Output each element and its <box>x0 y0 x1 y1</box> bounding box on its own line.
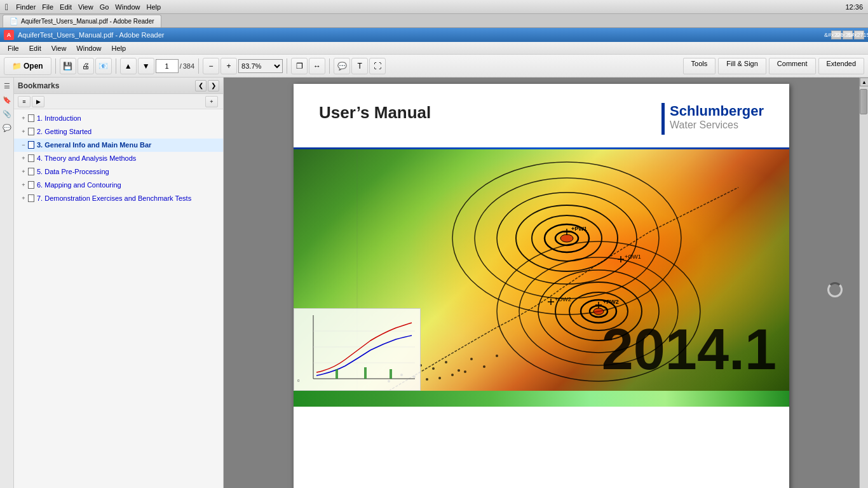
pdf-image-area: +PW1 +PW2 +OW1 +OW2 <box>294 149 789 391</box>
bookmark-6-expand[interactable]: + <box>19 181 28 190</box>
bookmark-item-4[interactable]: + 4. Theory and Analysis Methods <box>14 152 223 165</box>
window-menu[interactable]: Window <box>71 43 106 53</box>
toolbar-separator-5 <box>329 58 330 74</box>
nav-down-button[interactable]: ▼ <box>138 58 154 74</box>
open-button[interactable]: 📁 Open <box>4 57 51 75</box>
bottom-green-strip <box>294 391 789 407</box>
sidebar-icon-hand[interactable]: ☰ <box>1 80 13 92</box>
bookmark-5-label: 5. Data Pre-Processing <box>37 167 219 176</box>
svg-text:+PW1: +PW1 <box>571 226 587 232</box>
zoom-select[interactable]: 83.7% 50% 75% 100% 125% 150% <box>238 59 283 73</box>
bookmark-7-expand[interactable]: + <box>19 194 28 203</box>
view-menu-sys[interactable]: View <box>78 3 93 11</box>
bookmark-item-3[interactable]: − 3. General Info and Main Menu Bar <box>14 139 223 152</box>
bookmark-4-label: 4. Theory and Analysis Methods <box>37 154 219 163</box>
fullscreen-button[interactable]: ⛶ <box>369 58 386 74</box>
bookmarks-tree: + 1. Introduction + 2. Getting Started −… <box>14 109 223 488</box>
company-logo: Schlumberger Water Services <box>661 103 764 135</box>
svg-point-15 <box>593 308 604 315</box>
bookmark-4-expand[interactable]: + <box>19 154 28 163</box>
finder-menu[interactable]: Finder <box>16 3 36 11</box>
bookmark-1-expand[interactable]: + <box>19 114 28 123</box>
pdf-scroll-area[interactable]: User’s Manual Schlumberger Water Service… <box>224 78 859 488</box>
tools-button[interactable]: Tools <box>683 58 716 74</box>
bookmark-7-icon <box>28 194 34 202</box>
window-menu-sys[interactable]: Window <box>115 3 140 11</box>
file-menu-sys[interactable]: File <box>42 3 53 11</box>
zoom-in-button[interactable]: + <box>220 58 237 74</box>
panel-tool-add-btn[interactable]: + <box>205 96 218 107</box>
toolbar-right: Tools Fill & Sign Comment Extended <box>683 58 864 74</box>
fit-width-button[interactable]: ↔ <box>309 58 325 74</box>
sidebar-icon-attachment[interactable]: 📎 <box>1 108 13 119</box>
svg-point-36 <box>496 355 498 357</box>
panel-toolbar: ≡ ▶ + <box>14 94 223 109</box>
comment-button[interactable]: Comment <box>769 58 816 74</box>
bookmark-item-2[interactable]: + 2. Getting Started <box>14 125 223 139</box>
edit-menu[interactable]: Edit <box>24 43 46 53</box>
go-menu-sys[interactable]: Go <box>100 3 109 11</box>
pdf-icon: 📄 <box>10 17 18 25</box>
open-folder-icon: 📁 <box>12 62 22 71</box>
bookmark-1-label: 1. Introduction <box>37 114 219 123</box>
system-clock: 12:36 <box>845 3 863 11</box>
toolbar: 📁 Open 💾 🖨 📧 ▲ ▼ / 384 − + 83.7% 50% 75%… <box>0 55 868 78</box>
pdf-viewer: User’s Manual Schlumberger Water Service… <box>224 78 868 488</box>
scroll-up-button[interactable]: ▲ <box>860 78 868 86</box>
toolbar-separator-2 <box>116 58 116 74</box>
scroll-track[interactable] <box>860 86 868 488</box>
sidebar-icon-bookmark[interactable]: 🔖 <box>1 94 13 105</box>
extended-button[interactable]: Extended <box>818 58 864 74</box>
panel-expand-btn[interactable]: ❯ <box>208 80 219 92</box>
bookmark-item-6[interactable]: + 6. Mapping and Contouring <box>14 179 223 192</box>
svg-rect-49 <box>336 369 338 379</box>
pdf-tab[interactable]: 📄 AquiferTest_Users_Manual.pdf - Adobe R… <box>3 15 161 27</box>
fit-page-button[interactable]: ❐ <box>291 58 308 74</box>
page-number-input[interactable] <box>156 59 179 73</box>
panel-tool-options-btn[interactable]: ▶ <box>32 96 44 107</box>
bookmark-item-1[interactable]: + 1. Introduction <box>14 112 223 125</box>
open-label: Open <box>24 62 43 71</box>
bookmark-3-expand[interactable]: − <box>19 141 28 150</box>
svg-text:+OW1: +OW1 <box>625 254 641 260</box>
bookmark-2-label: 2. Getting Started <box>37 127 219 136</box>
panel-collapse-btn[interactable]: ❮ <box>195 80 207 92</box>
edit-menu-sys[interactable]: Edit <box>60 3 72 11</box>
highlight-button[interactable]: T <box>351 58 368 74</box>
apple-menu[interactable]:  <box>5 2 8 12</box>
help-menu-sys[interactable]: Help <box>146 3 161 11</box>
bookmark-3-label: 3. General Info and Main Menu Bar <box>37 140 219 149</box>
nav-up-button[interactable]: ▲ <box>120 58 137 74</box>
bookmark-2-expand[interactable]: + <box>19 128 28 137</box>
print-button[interactable]: 🖨 <box>78 58 94 74</box>
bookmark-7-label: 7. Demonstration Exercises and Benchmark… <box>37 194 219 203</box>
file-menu[interactable]: File <box>3 43 24 53</box>
panel-tool-list-btn[interactable]: ≡ <box>18 96 31 107</box>
bookmark-item-7[interactable]: + 7. Demonstration Exercises and Benchma… <box>14 192 223 205</box>
page-total-count: 384 <box>183 62 194 70</box>
close-button[interactable]: &#x2715; <box>854 30 864 39</box>
pdf-page: User’s Manual Schlumberger Water Service… <box>294 84 789 488</box>
bookmark-item-5[interactable]: + 5. Data Pre-Processing <box>14 165 223 179</box>
app-title-text: AquiferTest_Users_Manual.pdf - Adobe Rea… <box>18 31 831 39</box>
fill-sign-button[interactable]: Fill & Sign <box>718 58 766 74</box>
bookmark-5-expand[interactable]: + <box>19 168 28 177</box>
adobe-icon: A <box>4 30 14 40</box>
loading-spinner <box>827 282 843 297</box>
sidebar-icon-comment[interactable]: 💬 <box>1 122 13 133</box>
logo-bar <box>661 103 665 135</box>
save-button[interactable]: 💾 <box>60 58 76 74</box>
email-button[interactable]: 📧 <box>95 58 112 74</box>
help-menu[interactable]: Help <box>106 43 131 53</box>
main-area: ☰ 🔖 📎 💬 Bookmarks ❮ ❯ ≡ ▶ + + 1. Introdu… <box>0 78 868 488</box>
pdf-scrollbar-vertical[interactable]: ▲ ▼ <box>859 78 868 488</box>
svg-point-7 <box>560 234 573 242</box>
tab-bar: 📄 AquiferTest_Users_Manual.pdf - Adobe R… <box>0 14 868 28</box>
zoom-out-button[interactable]: − <box>203 58 219 74</box>
scroll-thumb[interactable] <box>860 89 867 114</box>
page-navigation: / 384 <box>156 59 194 73</box>
view-menu[interactable]: View <box>46 43 72 53</box>
app-titlebar: A AquiferTest_Users_Manual.pdf - Adobe R… <box>0 28 868 42</box>
comment-bubble-button[interactable]: 💬 <box>334 58 350 74</box>
svg-point-41 <box>451 374 454 376</box>
